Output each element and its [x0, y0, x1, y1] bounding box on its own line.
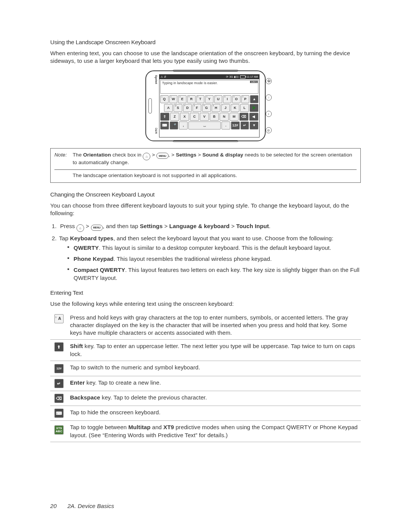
key-⌨: ⌨ — [160, 121, 169, 129]
power-icon: ⏻ — [266, 78, 272, 84]
menu-icon: MENU — [156, 153, 168, 159]
signal-icon: ▮▯▯ — [234, 75, 239, 78]
section-name: 2A. Device Basics — [67, 503, 114, 509]
key-x: X — [180, 113, 189, 121]
steps-list: 1. Press ⌂ > MENU, and then tap Settings… — [50, 222, 361, 285]
home-icon: ⌂ — [76, 224, 84, 232]
key-g: %G — [202, 104, 211, 112]
key-desc: Tap to toggle between Multitap and XT9 p… — [68, 421, 361, 442]
key-,: , — [179, 121, 188, 129]
key-play — [250, 104, 258, 112]
key-u: 7U — [214, 95, 223, 103]
net-icon: 3G — [229, 75, 233, 78]
status-bar: ⚠⇵ ⟳ 3G ▮▯▯ 11:17 AM — [159, 75, 259, 79]
hardware-buttons: ⏻ ↓ i ◎ — [266, 78, 272, 134]
menu-icon: MENU — [91, 225, 103, 231]
heading-landscape: Using the Landscape Onscreen Keyboard — [50, 39, 361, 46]
page-number: 20 — [50, 503, 57, 509]
keycap-back-icon: ⌫ — [54, 394, 64, 403]
para-enter: Use the following keys while entering te… — [50, 300, 361, 308]
battery-icon — [240, 75, 245, 78]
keycap-xt9-icon: XT9ABC — [54, 425, 64, 435]
key-i: 8I — [223, 95, 231, 103]
brand-htc: hTC — [155, 128, 158, 134]
heading-enter: Entering Text — [50, 289, 361, 296]
key-m: M — [229, 113, 239, 121]
note-box: Note: The Orientation check box in ⌂ > M… — [50, 148, 361, 183]
keycap-shift-icon: ⬆ — [54, 342, 64, 351]
key-n: N — [220, 113, 229, 121]
clock: 11:17 AM — [247, 75, 258, 78]
keycap-12#-icon: 12# — [54, 364, 64, 373]
key-▲: ▲ — [250, 95, 258, 103]
key-t: 5T — [196, 95, 205, 103]
key-f: $F — [193, 104, 201, 112]
key-y: 6Y — [205, 95, 213, 103]
key-d: #D — [183, 104, 192, 112]
key-a: A — [164, 104, 173, 112]
key-⎵: ⎵ — [188, 121, 221, 129]
para-change: You can choose from three different keyb… — [50, 202, 361, 217]
para-landscape: When entering text, you can choose to us… — [50, 50, 361, 65]
manual-page: Using the Landscape Onscreen Keyboard Wh… — [0, 0, 411, 532]
key-12#: 12# — [231, 121, 240, 129]
key-j: *J — [221, 104, 230, 112]
key-z: Z — [170, 113, 179, 121]
device-outline: Sprint hTC ⚠⇵ ⟳ 3G ▮▯▯ 11:17 AM Typing i… — [145, 70, 266, 141]
key-table: 1APress and hold keys with gray characte… — [50, 311, 361, 442]
keycap-hide-icon: ⌨ — [54, 409, 64, 418]
key-⌫: ⌫ — [239, 113, 249, 121]
keycap-accent-icon: 1A — [54, 314, 64, 323]
warning-icon: ⚠ — [161, 75, 163, 78]
key-l: L — [240, 104, 249, 112]
key-b: B — [210, 113, 219, 121]
key-desc: Tap to switch to the numeric and symbol … — [68, 361, 361, 376]
key-▼: ▼ — [250, 121, 258, 129]
sync-icon: ⟳ — [226, 75, 228, 78]
info-icon: i — [266, 111, 272, 117]
word-count: 126/1 — [250, 81, 258, 83]
key-c: C — [190, 113, 199, 121]
key-desc: Enter key. Tap to create a new line. — [68, 376, 361, 391]
key-r: 4R — [187, 95, 196, 103]
heading-change: Changing the Onscreen Keyboard Layout — [50, 191, 361, 198]
key-k: /K — [231, 104, 239, 112]
usb-icon: ⇵ — [164, 75, 166, 78]
key-s: @S — [174, 104, 182, 112]
home-icon: ⌂ — [143, 153, 150, 160]
key-desc: Press and hold keys with gray characters… — [68, 311, 361, 340]
device-figure: Sprint hTC ⚠⇵ ⟳ 3G ▮▯▯ 11:17 AM Typing i… — [50, 70, 361, 141]
onscreen-keyboard: 1Q2W3E4R5T6Y7U8I9O0P▲ A@S#D$F%G&H*J/KL ⇧… — [159, 94, 259, 131]
key-🎤: 🎤 — [170, 121, 178, 129]
page-footer: 20 2A. Device Basics — [50, 503, 114, 509]
key-e: 3E — [178, 95, 186, 103]
key-h: &H — [212, 104, 220, 112]
key-q: 1Q — [160, 95, 169, 103]
keycap-enter-icon: ↵ — [54, 379, 64, 388]
volume-down-icon: ↓ — [266, 94, 272, 101]
key-o: 9O — [232, 95, 241, 103]
key-.: . — [221, 121, 230, 129]
key-v: V — [200, 113, 209, 121]
key-↵: ↵ — [241, 121, 249, 129]
note-label: Note: — [54, 152, 73, 159]
key-desc: Tap to hide the onscreen keyboard. — [68, 406, 361, 421]
key-desc: Backspace key. Tap to delete the previou… — [68, 391, 361, 406]
key-⇧: ⇧ — [160, 113, 169, 121]
key-p: 0P — [241, 95, 250, 103]
camera-icon: ◎ — [266, 127, 272, 133]
key-w: 2W — [169, 95, 178, 103]
brand-sprint: Sprint — [155, 75, 158, 84]
key-◀: ◀ — [249, 113, 258, 121]
key-desc: Shift key. Tap to enter an uppercase let… — [68, 340, 361, 361]
text-area: Typing in landscape mode is easier. 126/… — [160, 80, 258, 94]
